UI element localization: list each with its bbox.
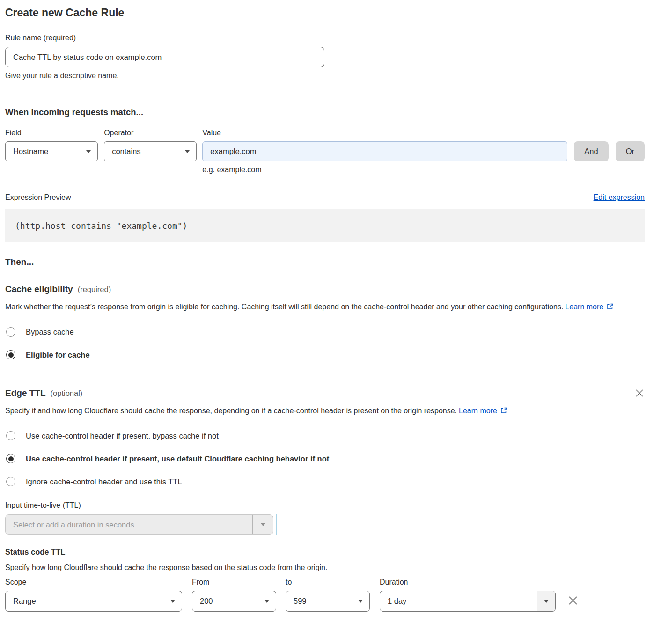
- cache-eligibility-title: Cache eligibility: [5, 284, 73, 294]
- radio-option-eligible-for-cache[interactable]: Eligible for cache: [5, 350, 645, 359]
- external-link-icon: [606, 303, 614, 310]
- close-icon: [568, 595, 578, 606]
- radio-label: Use cache-control header if present, use…: [26, 454, 329, 463]
- external-link-icon: [500, 407, 507, 414]
- ttl-select-placeholder: Select or add a duration in seconds: [6, 515, 252, 534]
- learn-more-link[interactable]: Learn more: [459, 407, 497, 415]
- radio-button-icon[interactable]: [6, 327, 15, 337]
- ttl-duration-select[interactable]: Select or add a duration in seconds: [5, 514, 273, 535]
- to-column: to 599: [286, 578, 370, 612]
- expression-code: (http.host contains "example.com"): [15, 221, 187, 231]
- then-heading: Then...: [5, 257, 645, 267]
- description-text: Mark whether the request’s response from…: [5, 303, 563, 311]
- radio-label: Ignore cache-control header and use this…: [26, 477, 182, 486]
- scope-column: Scope Range: [5, 578, 182, 612]
- close-edge-ttl-button[interactable]: [634, 388, 645, 398]
- page-title: Create new Cache Rule: [5, 7, 645, 19]
- chevron-down-icon: [264, 600, 269, 603]
- radio-option-cc-default[interactable]: Use cache-control header if present, use…: [5, 454, 645, 463]
- status-code-ttl-description: Specify how long Cloudflare should cache…: [5, 564, 645, 572]
- edge-ttl-header: Edge TTL (optional): [5, 388, 645, 398]
- radio-button-icon[interactable]: [6, 454, 15, 463]
- radio-button-icon[interactable]: [6, 477, 15, 486]
- expression-preview-header: Expression Preview Edit expression: [5, 193, 645, 202]
- value-input[interactable]: [202, 141, 567, 161]
- chevron-down-icon: [358, 600, 363, 603]
- rule-name-input[interactable]: [5, 47, 324, 67]
- radio-label: Eligible for cache: [26, 351, 90, 359]
- edit-expression-link[interactable]: Edit expression: [594, 193, 645, 202]
- from-column: From 200: [192, 578, 276, 612]
- ttl-select-row: Select or add a duration in seconds: [5, 514, 645, 535]
- status-code-ttl-row: Scope Range From 200 to 599 Duration 1 d…: [5, 578, 645, 612]
- remove-status-ttl-button[interactable]: [567, 578, 579, 607]
- chevron-down-icon: [544, 600, 549, 603]
- from-label: From: [192, 578, 276, 586]
- cache-eligibility-description: Mark whether the request’s response from…: [5, 300, 632, 314]
- scope-label: Scope: [5, 578, 182, 586]
- radio-label: Use cache-control header if present, byp…: [26, 432, 219, 440]
- field-column: Field Hostname: [5, 129, 98, 161]
- edge-ttl-title: Edge TTL: [5, 388, 46, 398]
- expression-code-block: (http.host contains "example.com"): [5, 209, 645, 242]
- chevron-down-icon: [86, 150, 91, 153]
- learn-more-link[interactable]: Learn more: [565, 303, 603, 311]
- to-label: to: [286, 578, 370, 586]
- rule-name-helper: Give your rule a descriptive name.: [5, 72, 645, 80]
- radio-button-icon[interactable]: [6, 350, 15, 359]
- match-section-heading: When incoming requests match...: [5, 107, 645, 117]
- operator-select[interactable]: contains: [104, 141, 197, 161]
- condition-connectors: And Or: [574, 129, 645, 161]
- close-icon: [635, 389, 644, 397]
- and-button[interactable]: And: [574, 141, 608, 161]
- scope-select-value: Range: [13, 597, 36, 606]
- duration-label: Duration: [380, 578, 556, 586]
- chevron-down-icon: [170, 600, 175, 603]
- from-select[interactable]: 200: [192, 591, 276, 612]
- radio-label: Bypass cache: [26, 328, 74, 337]
- to-select[interactable]: 599: [286, 591, 370, 612]
- optional-tag: (optional): [51, 389, 83, 398]
- radio-option-cc-bypass[interactable]: Use cache-control header if present, byp…: [5, 431, 645, 440]
- operator-label: Operator: [104, 129, 197, 137]
- cache-eligibility-header: Cache eligibility (required): [5, 284, 645, 294]
- operator-column: Operator contains: [104, 129, 197, 161]
- select-arrow-box[interactable]: [537, 591, 555, 611]
- duration-select[interactable]: 1 day: [380, 591, 556, 612]
- status-code-ttl-title: Status code TTL: [5, 548, 645, 556]
- radio-button-icon[interactable]: [6, 431, 15, 440]
- radio-option-bypass-cache[interactable]: Bypass cache: [5, 327, 645, 337]
- duration-column: Duration 1 day: [380, 578, 556, 612]
- chevron-down-icon: [261, 523, 265, 526]
- value-column: Value e.g. example.com: [202, 129, 567, 174]
- radio-option-ignore-cc[interactable]: Ignore cache-control header and use this…: [5, 477, 645, 486]
- duration-select-value: 1 day: [380, 591, 537, 611]
- edge-ttl-description: Specify if and how long Cloudflare shoul…: [5, 404, 520, 417]
- text-cursor: [276, 514, 277, 535]
- rule-name-label: Rule name (required): [5, 34, 645, 42]
- select-arrow-box[interactable]: [252, 515, 273, 534]
- scope-select[interactable]: Range: [5, 591, 182, 612]
- expression-preview-label: Expression Preview: [5, 193, 71, 202]
- edge-ttl-title-row: Edge TTL (optional): [5, 388, 82, 398]
- operator-select-value: contains: [112, 147, 140, 156]
- required-tag: (required): [78, 285, 111, 294]
- section-divider: [3, 94, 656, 94]
- section-divider: [3, 372, 656, 372]
- value-label: Value: [202, 129, 567, 137]
- field-label: Field: [5, 129, 98, 137]
- match-condition-row: Field Hostname Operator contains Value e…: [5, 129, 645, 174]
- field-select[interactable]: Hostname: [5, 141, 98, 161]
- to-select-value: 599: [294, 597, 307, 606]
- create-cache-rule-form: Create new Cache Rule Rule name (require…: [5, 7, 645, 612]
- field-select-value: Hostname: [13, 147, 48, 156]
- chevron-down-icon: [185, 150, 190, 153]
- value-helper: e.g. example.com: [202, 166, 567, 174]
- or-button[interactable]: Or: [616, 141, 645, 161]
- ttl-input-label: Input time-to-live (TTL): [5, 501, 645, 510]
- description-text: Specify if and how long Cloudflare shoul…: [5, 407, 457, 415]
- from-select-value: 200: [200, 597, 213, 606]
